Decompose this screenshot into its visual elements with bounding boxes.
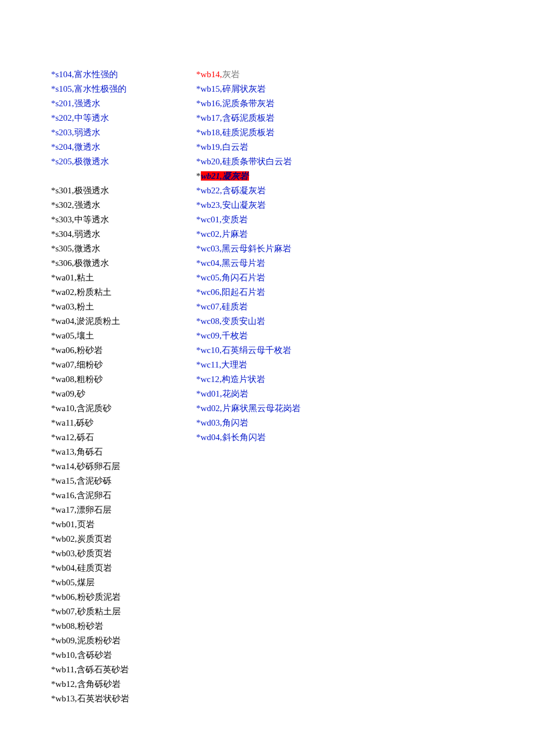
entry-code: *wb22, <box>196 186 222 195</box>
entry-code: *wb06, <box>51 592 77 602</box>
entry-label: 微透水 <box>74 142 100 152</box>
entry-label: 粉砂岩 <box>77 621 103 631</box>
entry-label: 含泥卵石 <box>77 491 111 500</box>
column-left-row: *s105,富水性极强的 <box>51 82 196 96</box>
entry-code: *wa06, <box>51 345 77 355</box>
entry-label: 砂 <box>77 389 85 398</box>
entry-label: 粉质粘土 <box>77 287 111 297</box>
entry-code: *wc05, <box>196 273 222 282</box>
entry-code: *wa08, <box>51 375 77 384</box>
entry-label: 碎屑状灰岩 <box>222 84 266 93</box>
entry-code: *wa09, <box>51 389 77 398</box>
column-left-row: *wa09,砂 <box>51 387 196 401</box>
column-right: *wb14,灰岩*wb15,碎屑状灰岩*wb16,泥质条带灰岩*wb17,含砾泥… <box>196 67 359 706</box>
column-left-row: *s204,微透水 <box>51 140 196 154</box>
entry-code: *s306, <box>51 258 74 268</box>
entry-label: 煤层 <box>77 578 95 587</box>
column-left-row: *wa12,砾石 <box>51 430 196 445</box>
entry-label: 黑云母斜长片麻岩 <box>222 244 291 253</box>
column-left-row: *s302,强透水 <box>51 198 196 213</box>
entry-code: *wa04, <box>51 316 77 326</box>
entry-code: *s204, <box>51 142 74 152</box>
column-left-row: *wb05,煤层 <box>51 575 196 590</box>
entry-code: *wa13, <box>51 447 77 456</box>
column-left-row: *wb11,含砾石英砂岩 <box>51 663 196 677</box>
entry-code: *wc08, <box>196 316 222 326</box>
column-right-row: *wb18,硅质泥质板岩 <box>196 125 359 140</box>
entry-label: 含砾石英砂岩 <box>77 665 129 674</box>
entry-code: *wb07, <box>51 607 77 616</box>
column-right-row: *wd01,花岗岩 <box>196 387 359 401</box>
column-left-row: *wa17,漂卵石层 <box>51 503 196 517</box>
column-left-row: *s201,强透水 <box>51 96 196 111</box>
entry-label: 粗粉砂 <box>77 375 103 384</box>
column-left-row: *wa05,壤土 <box>51 329 196 343</box>
entry-code: *s304, <box>51 229 74 239</box>
entry-label: 角砾石 <box>77 447 103 456</box>
entry-code: *wb09, <box>51 636 77 645</box>
column-right-row: *wb19,白云岩 <box>196 140 359 154</box>
entry-code: *wc07, <box>196 302 222 311</box>
column-right-row: *wb15,碎屑状灰岩 <box>196 82 359 96</box>
entry-code: *wc04, <box>196 258 222 268</box>
column-left-row: *s205,极微透水 <box>51 154 196 169</box>
entry-code: *s302, <box>51 200 74 210</box>
entry-label: 变质安山岩 <box>222 316 265 326</box>
column-left-row: *wa04,淤泥质粉土 <box>51 314 196 329</box>
column-left-row: *wa02,粉质粘土 <box>51 285 196 300</box>
column-left-row: *s304,弱透水 <box>51 227 196 242</box>
column-left-row: *wa06,粉砂岩 <box>51 343 196 358</box>
entry-code: *wc03, <box>196 244 222 253</box>
entry-code: *wb19, <box>196 142 222 152</box>
entry-label: 弱透水 <box>74 229 100 239</box>
entry-label: 粉砂质泥岩 <box>77 592 121 602</box>
column-left-row: *wb09,泥质粉砂岩 <box>51 633 196 648</box>
entry-label: 阳起石片岩 <box>222 287 265 297</box>
entry-code: *s205, <box>51 157 74 166</box>
entry-code: *wb04, <box>51 563 77 573</box>
column-left-row: *s202,中等透水 <box>51 111 196 125</box>
entry-code: *wa03, <box>51 302 77 311</box>
entry-label: 淤泥质粉土 <box>77 316 120 326</box>
column-left-row: *wa08,粗粉砂 <box>51 372 196 387</box>
column-right-row: *wc10,石英绢云母千枚岩 <box>196 343 359 358</box>
entry-label: 大理岩 <box>221 360 247 369</box>
entry-code: *wb10, <box>51 650 77 660</box>
entry-code: *s201, <box>51 99 74 108</box>
entry-label: 漂卵石层 <box>77 505 111 514</box>
columns: *s104,富水性强的*s105,富水性极强的*s201,强透水*s202,中等… <box>51 67 505 706</box>
entry-label: 含砾砂岩 <box>77 650 112 660</box>
entry-label: 泥质粉砂岩 <box>77 636 121 645</box>
column-right-row: *wb14,灰岩 <box>196 67 359 82</box>
column-left-row: *s104,富水性强的 <box>51 67 196 82</box>
entry-code: *s301, <box>51 186 74 195</box>
entry-code: *wa01, <box>51 273 77 282</box>
entry-code: *wa07, <box>51 360 77 369</box>
entry-code: *wd03, <box>196 418 222 427</box>
entry-label: 含泥质砂 <box>77 404 111 413</box>
column-left-row: *s301,极强透水 <box>51 183 196 198</box>
entry-label: 极微透水 <box>74 258 109 268</box>
entry-code: *wd01, <box>196 389 222 398</box>
entry-label: 角闪岩 <box>222 418 248 427</box>
column-left-row: *wa03,粉土 <box>51 300 196 314</box>
entry-label: 中等透水 <box>74 215 109 224</box>
entry-code: *wa12, <box>51 433 77 442</box>
entry-label: 粘土 <box>77 273 94 282</box>
entry-code: *wb02, <box>51 534 77 543</box>
asterisk-prefix: * <box>196 171 201 181</box>
column-left-row: *s305,微透水 <box>51 242 196 256</box>
entry-label: 片麻岩 <box>222 229 248 239</box>
column-left-row: *wa16,含泥卵石 <box>51 488 196 503</box>
column-right-row: *wb22,含砾凝灰岩 <box>196 183 359 198</box>
entry-code: *wb16, <box>196 99 222 108</box>
column-left-row <box>51 169 196 183</box>
column-right-row: *wc06,阳起石片岩 <box>196 285 359 300</box>
entry-code: *s104, <box>51 70 74 79</box>
entry-code: *wb05, <box>51 578 77 587</box>
column-right-row: *wc07,硅质岩 <box>196 300 359 314</box>
column-right-row: *wc02,片麻岩 <box>196 227 359 242</box>
entry-code: *wb18, <box>196 128 222 137</box>
column-left-row: *wa15,含泥砂砾 <box>51 474 196 488</box>
entry-label: 含砾泥质板岩 <box>222 113 275 123</box>
